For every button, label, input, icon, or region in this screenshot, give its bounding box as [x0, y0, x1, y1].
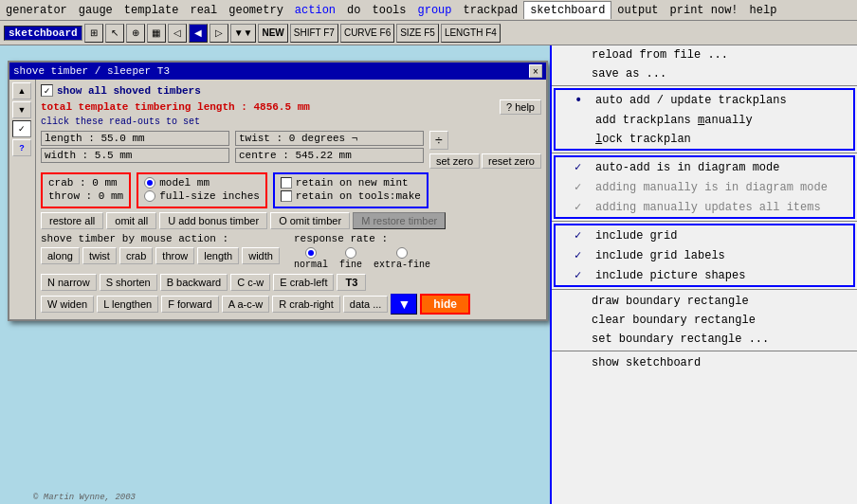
- model-mm-label: model mm: [159, 177, 210, 189]
- fullsize-inches-label: full-size inches: [159, 190, 260, 202]
- copyright-text: © Martin Wynne, 2003: [33, 493, 136, 502]
- tb-sizef5-btn[interactable]: SIZE F5: [396, 24, 439, 43]
- menu-set-boundary[interactable]: set boundary rectangle ...: [552, 330, 857, 349]
- side-btn-down[interactable]: ▼: [12, 101, 31, 118]
- menu-adding-updates[interactable]: ✓ adding manually updates all items: [556, 197, 853, 217]
- shove-along-btn[interactable]: along: [41, 247, 80, 264]
- side-btn-up[interactable]: ▲: [12, 82, 31, 99]
- crab-field[interactable]: crab : 0 mm: [48, 177, 123, 189]
- omit-all-button[interactable]: omit all: [106, 212, 156, 229]
- tb-select-btn[interactable]: ↖: [105, 24, 124, 43]
- menu-real[interactable]: real: [184, 2, 223, 19]
- help-button[interactable]: ? help: [500, 99, 541, 115]
- menu-generator[interactable]: generator: [0, 2, 73, 19]
- forward-button[interactable]: F forward: [161, 296, 218, 313]
- response-fine-radio[interactable]: [345, 247, 356, 259]
- menu-auto-add[interactable]: • auto add / update trackplans: [556, 90, 853, 111]
- show-label: show sketchboard: [592, 356, 701, 369]
- tb-grid2-btn[interactable]: ▦: [147, 24, 166, 43]
- tb-new-btn[interactable]: NEW: [258, 24, 287, 43]
- menu-print[interactable]: print now!: [665, 2, 744, 19]
- shove-width-btn[interactable]: width: [242, 247, 280, 264]
- divide-button[interactable]: ÷: [429, 131, 448, 150]
- menu-do[interactable]: do: [341, 2, 366, 19]
- menu-gauge[interactable]: gauge: [73, 2, 119, 19]
- shove-crab-btn[interactable]: crab: [119, 247, 153, 264]
- length-field[interactable]: length : 55.0 mm: [41, 131, 229, 146]
- fullsize-inches-radio[interactable]: [144, 190, 155, 202]
- side-btn-checkbox[interactable]: ✓: [12, 120, 31, 137]
- menu-reload[interactable]: reload from file ...: [552, 45, 857, 64]
- menu-tools[interactable]: tools: [366, 2, 411, 19]
- menu-include-shapes[interactable]: ✓ include picture shapes: [556, 265, 853, 285]
- twist-field[interactable]: twist : 0 degrees ¬: [235, 131, 424, 146]
- acw-button[interactable]: A a-c-w: [222, 296, 270, 313]
- menu-action[interactable]: action: [289, 2, 341, 19]
- width-field[interactable]: width : 5.5 mm: [41, 148, 229, 163]
- menu-clear-boundary[interactable]: clear boundary rectangle: [552, 311, 857, 330]
- tb-lengthf4-btn[interactable]: LENGTH F4: [441, 24, 501, 43]
- crab-throw-section: crab : 0 mm throw : 0 mm: [41, 172, 131, 208]
- show-all-checkbox[interactable]: ✓: [41, 84, 53, 97]
- tb-shiftf7-btn[interactable]: SHIFT F7: [290, 24, 338, 43]
- menu-sketchboard[interactable]: sketchboard: [523, 1, 611, 19]
- tb-back-btn[interactable]: ◀: [189, 24, 208, 43]
- crab-right-button[interactable]: R crab-right: [272, 296, 339, 313]
- shove-length-btn[interactable]: length: [197, 247, 239, 264]
- shorten-button[interactable]: S shorten: [100, 274, 157, 291]
- tb-grid-btn[interactable]: ⊞: [84, 24, 103, 43]
- tb-left-btn[interactable]: ◁: [168, 24, 187, 43]
- side-btn-question[interactable]: ?: [12, 139, 31, 156]
- shove-twist-btn[interactable]: twist: [82, 247, 117, 264]
- crab-left-button[interactable]: E crab-left: [273, 274, 334, 291]
- reset-zero-button[interactable]: reset zero: [482, 153, 541, 169]
- toolbar: sketchboard ⊞ ↖ ⊕ ▦ ◁ ◀ ▷ ▼▼ NEW SHIFT F…: [0, 21, 857, 45]
- add-bonus-button[interactable]: U add bonus timber: [159, 212, 267, 229]
- throw-field[interactable]: throw : 0 mm: [48, 190, 123, 202]
- menu-add-manually[interactable]: add trackplans manually: [556, 111, 853, 130]
- restore-all-button[interactable]: restore all: [41, 212, 103, 229]
- response-normal-radio[interactable]: [305, 247, 317, 259]
- menu-adding-manually[interactable]: ✓ adding manually is in diagram mode: [556, 177, 853, 197]
- menu-geometry[interactable]: geometry: [223, 2, 289, 19]
- shove-throw-btn[interactable]: throw: [155, 247, 194, 264]
- response-extrafine-radio[interactable]: [396, 247, 408, 259]
- tb-curvef6-btn[interactable]: CURVE F6: [340, 24, 394, 43]
- dialog-close-button[interactable]: ×: [529, 64, 542, 78]
- menu-include-grid[interactable]: ✓ include grid: [556, 225, 853, 245]
- menu-auto-add-diag[interactable]: ✓ auto-add is in diagram mode: [556, 157, 853, 177]
- adding-manually-label: adding manually is in diagram mode: [595, 181, 828, 194]
- tb-zoom-btn[interactable]: ⊕: [126, 24, 145, 43]
- t3-button[interactable]: T3: [337, 274, 366, 291]
- restore-timber-button[interactable]: M restore timber: [353, 212, 446, 229]
- set-zero-button[interactable]: set zero: [429, 153, 480, 169]
- scroll-down-button[interactable]: ▼: [391, 294, 417, 315]
- menu-help[interactable]: help: [744, 2, 783, 19]
- retain-new-mint-checkbox[interactable]: [281, 177, 292, 189]
- retain-tools-make-checkbox[interactable]: [281, 190, 292, 202]
- tb-down-btn[interactable]: ▼▼: [230, 24, 257, 43]
- menu-trackpad[interactable]: trackpad: [458, 2, 524, 19]
- menu-lock[interactable]: lock trackplan: [556, 130, 853, 149]
- total-text[interactable]: total template timbering length : 4856.5…: [41, 101, 310, 113]
- model-mm-radio[interactable]: [144, 177, 155, 189]
- narrow-button[interactable]: N narrow: [41, 274, 97, 291]
- data-button[interactable]: data ...: [343, 296, 389, 313]
- cw-button[interactable]: C c-w: [230, 274, 270, 291]
- menu-group[interactable]: group: [412, 2, 458, 19]
- menu-show-sketchboard[interactable]: show sketchboard: [552, 353, 857, 372]
- dialog-shove-timber: shove timber / sleeper T3 × ▲ ▼ ✓ ? ✓ sh…: [8, 61, 548, 321]
- menu-draw-boundary[interactable]: draw boundary rectangle: [552, 292, 857, 311]
- reload-label: reload from file ...: [592, 48, 728, 62]
- tb-right-btn[interactable]: ▷: [210, 24, 228, 43]
- backward-button[interactable]: B backward: [160, 274, 228, 291]
- hide-button[interactable]: hide: [420, 294, 470, 315]
- menu-template[interactable]: template: [119, 2, 185, 19]
- widen-button[interactable]: W widen: [41, 296, 94, 313]
- menu-include-labels[interactable]: ✓ include grid labels: [556, 245, 853, 265]
- lengthen-button[interactable]: L lengthen: [97, 296, 158, 313]
- menu-output[interactable]: output: [611, 2, 664, 19]
- centre-field[interactable]: centre : 545.22 mm: [235, 148, 424, 163]
- menu-save-as[interactable]: save as ...: [552, 64, 857, 83]
- omit-timber-button[interactable]: O omit timber: [270, 212, 350, 229]
